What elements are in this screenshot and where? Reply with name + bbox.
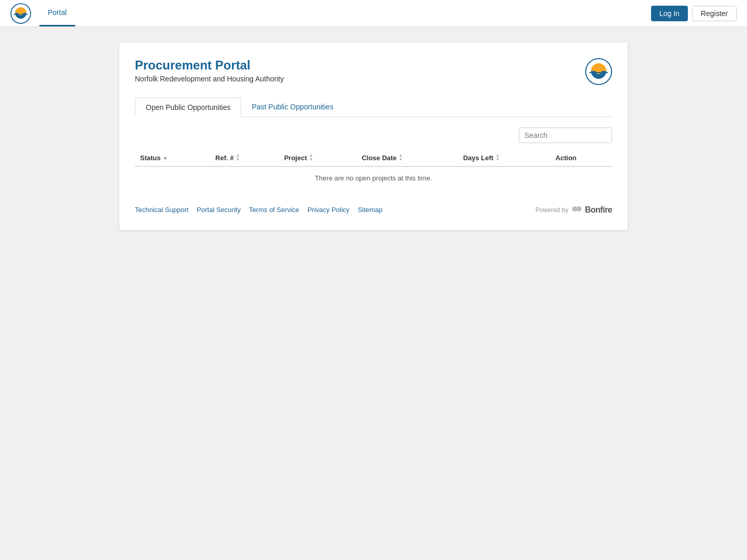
svg-point-7 [576,206,582,212]
col-project[interactable]: Project ▲▼ [279,149,357,166]
portal-subtitle: Norfolk Redevelopment and Housing Author… [135,75,284,83]
col-ref[interactable]: Ref. # ▲▼ [210,149,279,166]
powered-by: Powered by Bonfire [535,205,612,215]
card-header: Procurement Portal Norfolk Redevelopment… [135,58,612,85]
footer-link-privacy[interactable]: Privacy Policy [308,206,350,214]
footer-link-sitemap[interactable]: Sitemap [358,206,383,214]
table-header-row: Status ▲ Ref. # ▲▼ [135,149,612,166]
tabs: Open Public Opportunities Past Public Op… [135,97,612,117]
sort-icon-status: ▲ [163,155,168,160]
navbar-actions: Log In Register [651,6,737,21]
empty-message: There are no open projects at this time. [135,166,612,189]
search-input[interactable] [519,128,612,143]
navbar-links: Portal [39,0,75,26]
sort-icon-days-left: ▲▼ [495,153,500,162]
footer-link-terms[interactable]: Terms of Service [249,206,299,214]
table-empty-row: There are no open projects at this time. [135,166,612,189]
svg-point-5 [596,68,602,74]
bonfire-brand-label: Bonfire [585,205,613,215]
navbar-logo [10,3,31,24]
page-wrapper: Procurement Portal Norfolk Redevelopment… [0,27,747,246]
header-logo [585,58,612,85]
tab-open-opportunities[interactable]: Open Public Opportunities [135,97,241,117]
card-footer: Technical Support Portal Security Terms … [135,205,612,215]
sort-icon-close-date: ▲▼ [399,153,403,162]
col-status[interactable]: Status ▲ [135,149,210,166]
footer-links: Technical Support Portal Security Terms … [135,206,382,214]
portal-title: Procurement Portal [135,58,284,73]
powered-by-label: Powered by [535,206,568,214]
search-row [135,128,612,143]
sort-icon-ref: ▲▼ [236,153,240,162]
col-action: Action [550,149,612,166]
sort-icon-project: ▲▼ [309,153,313,162]
col-days-left[interactable]: Days Left ▲▼ [458,149,550,166]
col-close-date[interactable]: Close Date ▲▼ [356,149,458,166]
opportunities-table: Status ▲ Ref. # ▲▼ [135,149,612,189]
nav-portal[interactable]: Portal [39,0,75,26]
card-title-block: Procurement Portal Norfolk Redevelopment… [135,58,284,83]
navbar: Portal Log In Register [0,0,747,27]
login-button[interactable]: Log In [651,6,688,21]
bonfire-icon [572,205,582,215]
main-card: Procurement Portal Norfolk Redevelopment… [119,43,628,230]
footer-link-technical-support[interactable]: Technical Support [135,206,188,214]
register-button[interactable]: Register [692,6,737,21]
footer-link-portal-security[interactable]: Portal Security [197,206,241,214]
tab-past-opportunities[interactable]: Past Public Opportunities [241,97,343,117]
